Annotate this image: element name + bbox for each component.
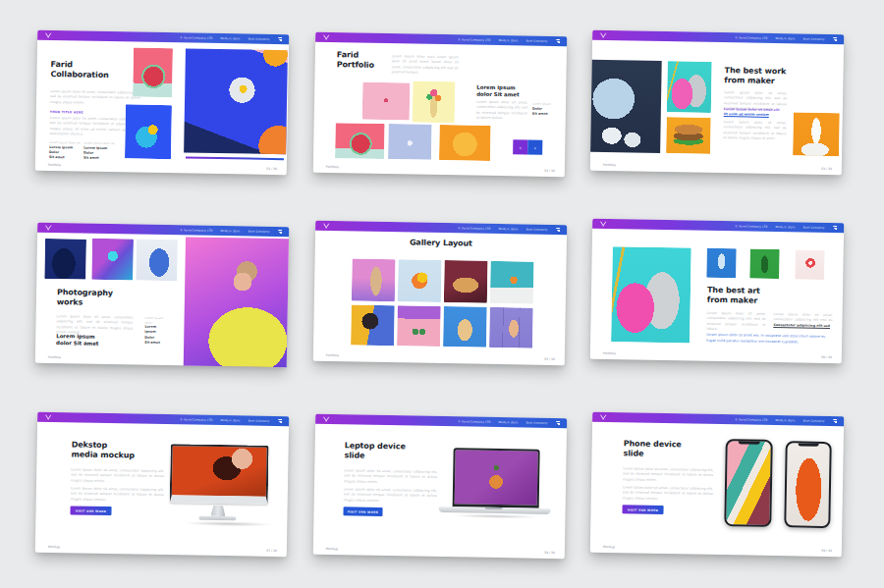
slide-header-bar: © Farid Company LTD Modern Style Best Co… xyxy=(37,412,289,426)
page-number: 02 / 30 xyxy=(544,169,555,173)
visit-link-button[interactable]: VISIT OUR WORK xyxy=(343,507,382,516)
header-nav: © Farid Company LTD Modern Style Best Co… xyxy=(735,224,837,230)
header-nav: © Farid Company LTD Modern Style Best Co… xyxy=(458,37,560,43)
nav-link[interactable]: © Farid Company LTD xyxy=(458,37,490,42)
menu-icon[interactable] xyxy=(278,37,283,41)
menu-icon[interactable] xyxy=(833,37,838,41)
footer-label: Portfolio xyxy=(603,163,616,167)
next-slide-button[interactable]: › xyxy=(527,140,542,155)
slide-best-art[interactable]: © Farid Company LTD Modern Style Best Co… xyxy=(590,219,844,363)
monitor-stand-neck xyxy=(210,506,225,516)
nav-link[interactable]: © Farid Company LTD xyxy=(735,417,767,422)
header-nav: © Farid Company LTD Modern Style Best Co… xyxy=(458,419,560,425)
slide-desktop-mockup[interactable]: © Farid Company LTD Modern Style Best Co… xyxy=(35,412,289,557)
nav-link[interactable]: Modern Style xyxy=(776,36,796,40)
body-text: Lorem ipsum dolor sit amet, consectetur … xyxy=(706,311,765,333)
menu-icon[interactable] xyxy=(556,228,561,232)
nav-link[interactable]: Best Company xyxy=(249,419,270,423)
nav-link[interactable]: Best Company xyxy=(526,39,548,43)
nav-link[interactable]: Modern Style xyxy=(776,418,796,422)
laptop-notch xyxy=(485,508,503,509)
page-number: 09 / 30 xyxy=(821,549,832,553)
slide-photography-works[interactable]: © Farid Company LTD Modern Style Best Co… xyxy=(35,223,289,367)
accent-link[interactable]: Ut enim ad minim veniam xyxy=(724,112,769,117)
slide-header-bar: © Farid Company LTD Modern Style Best Co… xyxy=(592,30,844,44)
menu-icon[interactable] xyxy=(833,226,838,230)
nav-link[interactable]: Modern Style xyxy=(221,418,241,422)
page-number: 03 / 30 xyxy=(821,167,832,171)
nav-link[interactable]: Best Company xyxy=(526,421,548,425)
nav-link[interactable]: Modern Style xyxy=(221,36,241,40)
body-text: Lorem ipsum dolor sit amet, consectetur … xyxy=(476,100,527,122)
nav-link[interactable]: © Farid Company LTD xyxy=(735,224,767,229)
body-text: Lorem ipsum dolor sit amet, consectetur … xyxy=(344,487,437,504)
slide-farid-portfolio[interactable]: © Farid Company LTD Modern Style Best Co… xyxy=(313,32,567,177)
slide-title: The best art from maker xyxy=(707,286,762,305)
menu-icon[interactable] xyxy=(278,419,283,423)
progress-bar xyxy=(186,156,284,159)
nav-link[interactable]: © Farid Company LTD xyxy=(458,419,490,424)
desktop-monitor-mockup xyxy=(170,444,269,505)
slide-best-work[interactable]: © Farid Company LTD Modern Style Best Co… xyxy=(590,30,844,175)
menu-icon[interactable] xyxy=(833,419,838,423)
info-column: Lorem ipsum dolor sit Lorem ipsum Dolor … xyxy=(83,141,115,162)
nav-link[interactable]: Best Company xyxy=(249,230,270,234)
header-nav: © Farid Company LTD Modern Style Best Co… xyxy=(180,35,282,41)
farid-logo-icon xyxy=(599,32,607,38)
photo-drink-teal xyxy=(490,261,534,304)
nav-link[interactable]: Modern Style xyxy=(221,229,241,233)
footer-label: Mockup xyxy=(603,545,615,549)
photo-jellyfish-blue xyxy=(706,248,737,279)
slide-laptop-device[interactable]: © Farid Company LTD Modern Style Best Co… xyxy=(313,414,567,559)
nav-link[interactable]: © Farid Company LTD xyxy=(458,226,490,231)
visit-link-button[interactable]: VISIT OUR WORK xyxy=(622,505,663,514)
nav-link[interactable]: © Farid Company LTD xyxy=(180,417,212,422)
slide-gallery-layout[interactable]: © Farid Company LTD Modern Style Best Co… xyxy=(313,221,567,365)
photo-blue-table-scene xyxy=(184,48,288,154)
column-line: Sit amet xyxy=(144,340,168,346)
subheading: Lorem ipsum dolor Sit amet xyxy=(476,84,530,98)
emphasis-text: Consectetur adipiscing elit sed xyxy=(773,323,832,329)
menu-icon[interactable] xyxy=(278,230,283,234)
menu-icon[interactable] xyxy=(556,39,561,43)
info-column: Lorem ipsum dolor sit Lorem ipsum Dolor … xyxy=(49,140,81,161)
photo-pineapple-blue xyxy=(443,306,487,347)
template-preview-board: © Farid Company LTD Modern Style Best Co… xyxy=(0,0,884,588)
slide-farid-collaboration[interactable]: © Farid Company LTD Modern Style Best Co… xyxy=(35,30,289,175)
nav-link[interactable]: Modern Style xyxy=(499,420,519,424)
slide-title: Dekstop media mockup xyxy=(71,440,136,460)
nav-link[interactable]: © Farid Company LTD xyxy=(180,35,212,40)
farid-logo-icon xyxy=(599,221,607,227)
nav-link[interactable]: © Farid Company LTD xyxy=(735,35,767,40)
farid-logo-icon xyxy=(322,34,330,40)
accent-link-text[interactable]: Lorem ipsum dolor sit amet elit. In volu… xyxy=(706,333,834,346)
nav-link[interactable]: Modern Style xyxy=(499,227,519,231)
nav-link[interactable]: © Farid Company LTD xyxy=(180,228,212,233)
nav-link[interactable]: Modern Style xyxy=(776,225,796,229)
nav-link[interactable]: Best Company xyxy=(803,37,825,41)
footer-label: Mockup xyxy=(326,547,338,551)
slide-header-bar: © Farid Company LTD Modern Style Best Co… xyxy=(592,412,844,426)
monitor-stand-base xyxy=(198,516,236,520)
page-number: 01 / 30 xyxy=(266,167,277,171)
nav-link[interactable]: Best Company xyxy=(803,226,825,230)
farid-logo-icon xyxy=(44,32,52,38)
photo-sneaker-maroon xyxy=(444,260,488,303)
footer-label: Portfolio xyxy=(603,351,616,355)
prev-slide-button[interactable]: ‹ xyxy=(513,139,527,154)
slide-header-bar: © Farid Company LTD Modern Style Best Co… xyxy=(37,30,289,44)
menu-icon[interactable] xyxy=(556,421,561,425)
nav-link[interactable]: Best Company xyxy=(526,228,548,232)
slide-phone-device[interactable]: © Farid Company LTD Modern Style Best Co… xyxy=(590,412,844,557)
header-nav: © Farid Company LTD Modern Style Best Co… xyxy=(180,228,282,234)
page-number: 05 / 30 xyxy=(544,357,555,361)
nav-link[interactable]: Best Company xyxy=(249,37,270,41)
photo-pink-top-hanger-rack xyxy=(611,246,691,343)
nav-link[interactable]: Best Company xyxy=(803,419,825,423)
nav-link[interactable]: Modern Style xyxy=(499,38,519,42)
slide-title: Farid Portfolio xyxy=(337,50,382,70)
visit-link-button[interactable]: VISIT OUR WORK xyxy=(70,506,111,515)
slide-header-bar: © Farid Company LTD Modern Style Best Co… xyxy=(315,414,567,428)
photo-blue-avocado xyxy=(125,104,172,159)
section-label: YOUR TITLE HERE xyxy=(50,110,83,115)
